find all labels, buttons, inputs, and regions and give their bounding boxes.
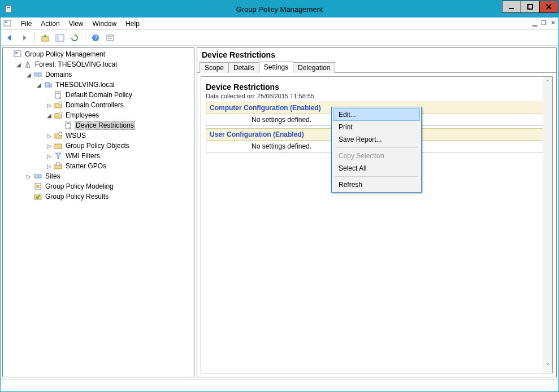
- expand-icon[interactable]: ▷: [46, 142, 53, 149]
- expand-icon[interactable]: ▷: [46, 163, 53, 169]
- back-button[interactable]: [3, 31, 16, 45]
- menu-action[interactable]: Action: [36, 19, 64, 29]
- scroll-down-icon[interactable]: ˅: [546, 363, 549, 371]
- results-icon: [33, 192, 42, 201]
- tab-scope[interactable]: Scope: [200, 62, 229, 73]
- collapse-icon[interactable]: ◢: [15, 61, 22, 68]
- menubar: File Action View Window Help ▁ ❐ ✕: [1, 18, 558, 30]
- titlebar: Group Policy Management: [1, 1, 558, 18]
- close-button[interactable]: [539, 1, 558, 13]
- tree-wsus[interactable]: ▷ WSUS: [45, 130, 193, 141]
- menu-window[interactable]: Window: [88, 19, 122, 29]
- tree-starter[interactable]: ▷ Starter GPOs: [45, 161, 193, 171]
- tree-panel[interactable]: Group Policy Management ◢ Forest: THESOL…: [2, 47, 194, 377]
- tree-label: Default Domain Policy: [64, 91, 133, 99]
- tree-label: Domain Controllers: [64, 101, 125, 109]
- svg-rect-1: [7, 7, 10, 8]
- mdi-restore[interactable]: ❐: [539, 19, 548, 27]
- tree-device-restrictions[interactable]: Device Restrictions: [55, 120, 193, 130]
- forest-icon: [23, 60, 32, 69]
- tree-label: Starter GPOs: [64, 162, 107, 170]
- console-tree[interactable]: Group Policy Management ◢ Forest: THESOL…: [4, 49, 193, 202]
- collapse-icon[interactable]: [5, 51, 12, 58]
- collapse-icon[interactable]: ◢: [46, 112, 53, 119]
- report-title: Device Restrictions: [206, 81, 548, 93]
- svg-rect-0: [6, 6, 11, 12]
- expand-icon[interactable]: ▷: [25, 173, 32, 180]
- svg-point-26: [59, 102, 62, 105]
- tab-delegation[interactable]: Delegation: [293, 62, 335, 73]
- svg-rect-8: [42, 37, 49, 41]
- report-collected: Data collected on: 25/08/2015 11:58:55: [206, 93, 548, 102]
- collapse-icon[interactable]: ◢: [25, 71, 32, 78]
- mdi-controls: ▁ ❐ ✕: [530, 19, 557, 27]
- svg-rect-30: [67, 123, 70, 124]
- context-refresh[interactable]: Refresh: [333, 178, 420, 191]
- svg-point-28: [59, 112, 62, 115]
- expand-icon[interactable]: ▷: [46, 153, 53, 159]
- svg-rect-10: [56, 34, 59, 41]
- context-copy-selection: Copy Selection: [333, 150, 420, 162]
- spacer: [25, 183, 32, 190]
- tree-root[interactable]: Group Policy Management: [4, 49, 193, 59]
- mdi-minimize[interactable]: ▁: [530, 19, 539, 27]
- tree-default-domain-policy[interactable]: Default Domain Policy: [45, 90, 193, 100]
- domain-icon: [44, 80, 53, 89]
- tree-modeling[interactable]: Group Policy Modeling: [24, 181, 193, 191]
- gpm-root-icon: [13, 50, 22, 59]
- domains-icon: [33, 70, 42, 79]
- tree-domain-controllers[interactable]: ▷ Domain Controllers: [45, 100, 193, 110]
- context-edit[interactable]: Edit...: [333, 108, 420, 121]
- tree-label: Group Policy Management: [24, 50, 106, 58]
- help-button[interactable]: ?: [89, 31, 102, 45]
- forward-button[interactable]: [18, 31, 31, 45]
- tree-employees[interactable]: ◢ Employees: [45, 110, 193, 120]
- tab-settings[interactable]: Settings: [259, 62, 293, 73]
- context-separator: [335, 176, 418, 177]
- svg-rect-24: [57, 93, 59, 94]
- gpo-link-icon: [64, 121, 73, 130]
- properties-button[interactable]: [103, 31, 117, 45]
- tree-wmi[interactable]: ▷ WMI Filters: [45, 151, 193, 161]
- folder-icon: [54, 141, 63, 150]
- show-hide-tree-button[interactable]: [53, 31, 67, 45]
- tree-label: Device Restrictions: [75, 121, 135, 130]
- menu-help[interactable]: Help: [121, 19, 144, 29]
- app-icon: [4, 5, 13, 14]
- tree-forest[interactable]: ◢ Forest: THESOLVING.local: [14, 59, 193, 69]
- tree-label: Domains: [44, 71, 73, 79]
- tree-gpo[interactable]: ▷ Group Policy Objects: [45, 141, 193, 151]
- context-select-all[interactable]: Select All: [333, 162, 420, 175]
- menu-view[interactable]: View: [64, 19, 88, 29]
- vertical-scrollbar[interactable]: ˄ ˅: [543, 77, 552, 373]
- expand-icon[interactable]: ▷: [46, 102, 53, 108]
- tree-sites[interactable]: ▷ Sites: [24, 171, 193, 181]
- statusbar: [1, 379, 558, 391]
- mdi-close[interactable]: ✕: [548, 19, 557, 27]
- up-one-level-button[interactable]: [38, 31, 52, 45]
- tree-label: Group Policy Objects: [64, 142, 131, 150]
- tree-label: Forest: THESOLVING.local: [34, 60, 118, 68]
- tree-domain[interactable]: ◢ THESOLVING.local: [34, 80, 193, 90]
- toolbar-separator: [85, 32, 85, 43]
- maximize-button[interactable]: [521, 1, 540, 13]
- context-print[interactable]: Print: [333, 121, 420, 133]
- scroll-up-icon[interactable]: ˄: [546, 79, 549, 87]
- client-area: Group Policy Management ◢ Forest: THESOL…: [1, 46, 558, 379]
- tab-details[interactable]: Details: [228, 62, 259, 73]
- tree-results[interactable]: Group Policy Results: [24, 191, 193, 202]
- filter-icon: [54, 151, 63, 160]
- svg-point-32: [59, 132, 62, 136]
- ou-icon: [54, 111, 63, 120]
- svg-rect-21: [45, 82, 49, 87]
- refresh-button[interactable]: [68, 31, 81, 45]
- menu-file[interactable]: File: [16, 19, 36, 29]
- tree-domains[interactable]: ◢ Domains: [24, 69, 193, 80]
- spacer: [46, 92, 53, 98]
- context-save-report[interactable]: Save Report...: [333, 133, 420, 146]
- svg-rect-13: [107, 35, 114, 41]
- expand-icon[interactable]: ▷: [46, 132, 53, 139]
- collapse-icon[interactable]: ◢: [36, 81, 42, 88]
- minimize-button[interactable]: [502, 1, 521, 13]
- svg-rect-37: [38, 175, 41, 178]
